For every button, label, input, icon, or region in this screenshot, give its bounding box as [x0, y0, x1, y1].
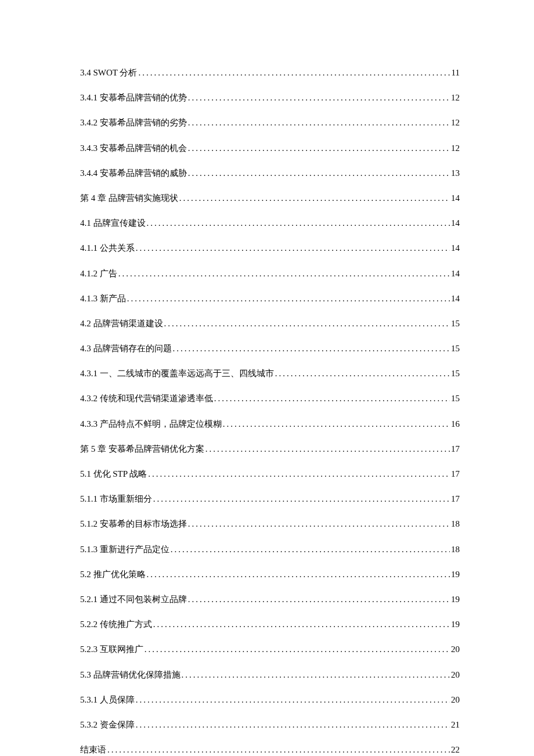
toc-entry-label: 第 4 章 品牌营销实施现状: [80, 192, 178, 204]
toc-entry-page: 17: [451, 493, 460, 505]
toc-entry: 4.2 品牌营销渠道建设15: [80, 318, 460, 330]
toc-leader-dots: [145, 643, 450, 656]
toc-entry: 5.2.1 通过不同包装树立品牌19: [80, 593, 460, 606]
toc-entry: 5.2.3 互联网推广20: [80, 643, 460, 656]
toc-leader-dots: [188, 167, 450, 179]
toc-leader-dots: [148, 468, 450, 480]
toc-entry-label: 结束语: [80, 744, 106, 756]
toc-entry-page: 14: [451, 242, 460, 254]
toc-entry: 5.2.2 传统推广方式19: [80, 618, 460, 631]
toc-leader-dots: [205, 443, 450, 455]
toc-entry-page: 16: [451, 418, 460, 430]
toc-entry-label: 4.1 品牌宣传建设: [80, 217, 146, 229]
toc-entry: 5.1.1 市场重新细分17: [80, 493, 460, 505]
toc-entry: 3.4 SWOT 分析11: [80, 67, 460, 79]
toc-leader-dots: [153, 618, 450, 631]
toc-leader-dots: [171, 543, 450, 556]
toc-entry-label: 5.2.3 互联网推广: [80, 643, 143, 656]
toc-leader-dots: [188, 92, 450, 104]
toc-entry: 第 5 章 安慕希品牌营销优化方案17: [80, 443, 460, 455]
toc-leader-dots: [188, 593, 450, 606]
toc-entry: 5.1.3 重新进行产品定位18: [80, 543, 460, 556]
toc-entry: 4.1.2 广告 14: [80, 268, 460, 280]
toc-leader-dots: [136, 719, 450, 731]
toc-entry-page: 18: [451, 543, 460, 556]
toc-entry-label: 4.1.3 新产品: [80, 293, 126, 305]
toc-leader-dots: [182, 669, 450, 681]
toc-entry-page: 21: [451, 719, 460, 731]
toc-entry-label: 5.3.2 资金保障: [80, 719, 135, 731]
toc-entry-label: 3.4.3 安慕希品牌营销的机会: [80, 142, 187, 154]
toc-leader-dots: [179, 192, 450, 204]
toc-entry-page: 17: [451, 443, 460, 455]
toc-entry: 3.4.3 安慕希品牌营销的机会12: [80, 142, 460, 154]
toc-entry-label: 3.4.2 安慕希品牌营销的劣势: [80, 117, 187, 129]
toc-entry-label: 5.3 品牌营销优化保障措施: [80, 669, 181, 681]
toc-entry: 5.1 优化 STP 战略17: [80, 468, 460, 480]
toc-entry-page: 13: [451, 167, 460, 179]
toc-entry-label: 4.1.2 广告: [80, 268, 117, 280]
toc-entry-label: 4.3.3 产品特点不鲜明，品牌定位模糊: [80, 418, 222, 430]
toc-leader-dots: [188, 142, 450, 154]
toc-entry-page: 11: [452, 67, 460, 79]
toc-entry: 4.1 品牌宣传建设14: [80, 217, 460, 229]
toc-entry-page: 20: [451, 669, 460, 681]
toc-entry: 4.1.1 公共关系14: [80, 242, 460, 254]
toc-entry-page: 15: [451, 318, 460, 330]
toc-leader-dots: [153, 493, 450, 505]
toc-entry: 3.4.2 安慕希品牌营销的劣势12: [80, 117, 460, 129]
toc-entry: 5.3 品牌营销优化保障措施20: [80, 669, 460, 681]
toc-entry-label: 5.2.2 传统推广方式: [80, 618, 152, 631]
toc-entry-page: 12: [451, 117, 460, 129]
toc-entry-label: 3.4.4 安慕希品牌营销的威胁: [80, 167, 187, 179]
toc-entry: 3.4.4 安慕希品牌营销的威胁13: [80, 167, 460, 179]
toc-entry: 3.4.1 安慕希品牌营销的优势12: [80, 92, 460, 104]
table-of-contents: 3.4 SWOT 分析113.4.1 安慕希品牌营销的优势123.4.2 安慕希…: [80, 67, 460, 756]
toc-entry-page: 12: [451, 142, 460, 154]
toc-entry-label: 4.1.1 公共关系: [80, 242, 135, 254]
toc-entry-page: 14: [451, 268, 460, 280]
toc-entry-label: 3.4 SWOT 分析: [80, 67, 137, 79]
toc-entry-page: 19: [451, 618, 460, 631]
toc-entry-label: 4.2 品牌营销渠道建设: [80, 318, 163, 330]
toc-leader-dots: [188, 117, 450, 129]
toc-entry: 4.3.2 传统和现代营销渠道渗透率低15: [80, 393, 460, 405]
toc-entry-label: 第 5 章 安慕希品牌营销优化方案: [80, 443, 204, 455]
toc-entry: 4.3.1 一、二线城市的覆盖率远远高于三、四线城市15: [80, 368, 460, 380]
toc-leader-dots: [188, 518, 450, 530]
toc-entry-label: 4.3.2 传统和现代营销渠道渗透率低: [80, 393, 213, 405]
toc-entry-label: 5.1.3 重新进行产品定位: [80, 543, 169, 556]
toc-entry-label: 4.3.1 一、二线城市的覆盖率远远高于三、四线城市: [80, 368, 274, 380]
toc-entry-label: 5.1 优化 STP 战略: [80, 468, 147, 480]
toc-leader-dots: [223, 418, 450, 430]
toc-leader-dots: [136, 694, 450, 706]
toc-entry-page: 20: [451, 694, 460, 706]
toc-entry: 4.1.3 新产品14: [80, 293, 460, 305]
toc-entry-page: 12: [451, 92, 460, 104]
toc-leader-dots: [138, 67, 450, 79]
toc-leader-dots: [173, 343, 450, 355]
toc-leader-dots: [118, 268, 450, 280]
toc-entry-page: 14: [451, 217, 460, 229]
toc-entry-page: 22: [451, 744, 460, 756]
toc-entry-page: 14: [451, 192, 460, 204]
toc-entry: 4.3.3 产品特点不鲜明，品牌定位模糊16: [80, 418, 460, 430]
toc-entry-page: 19: [451, 593, 460, 606]
toc-entry: 5.1.2 安慕希的目标市场选择18: [80, 518, 460, 530]
toc-entry-label: 5.3.1 人员保障: [80, 694, 135, 706]
toc-entry-page: 15: [451, 368, 460, 380]
toc-entry: 5.3.2 资金保障21: [80, 719, 460, 731]
toc-entry-page: 14: [451, 293, 460, 305]
toc-entry-label: 5.2.1 通过不同包装树立品牌: [80, 593, 187, 606]
toc-entry-label: 5.2 推广优化策略: [80, 568, 146, 581]
toc-entry-page: 17: [451, 468, 460, 480]
toc-leader-dots: [136, 242, 450, 254]
toc-entry: 4.3 品牌营销存在的问题15: [80, 343, 460, 355]
toc-leader-dots: [275, 368, 450, 380]
toc-leader-dots: [127, 293, 450, 305]
toc-entry-label: 5.1.1 市场重新细分: [80, 493, 152, 505]
toc-leader-dots: [147, 568, 450, 581]
toc-leader-dots: [214, 393, 450, 405]
toc-entry: 第 4 章 品牌营销实施现状14: [80, 192, 460, 204]
toc-leader-dots: [107, 744, 450, 756]
